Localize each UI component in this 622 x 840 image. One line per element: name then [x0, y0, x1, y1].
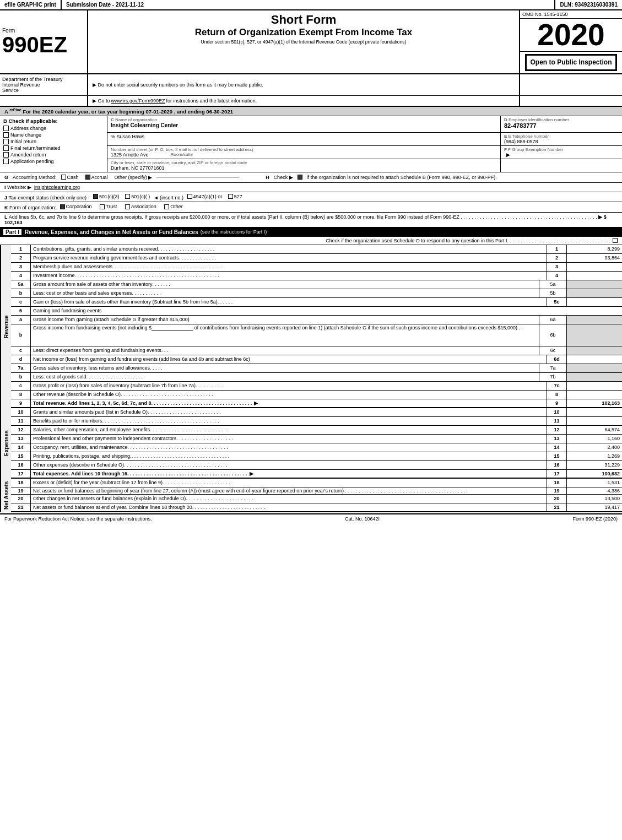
phone-value: (984) 888-0578 [504, 139, 619, 144]
form-990ez: 990EZ [2, 34, 85, 56]
line-3-row: 3 Membership dues and assessments . . . … [11, 263, 622, 272]
line-14-desc: Occupancy, rent, utilities, and maintena… [31, 443, 547, 452]
checkbox-name-change[interactable] [3, 132, 9, 138]
notice2-right-spacer [520, 96, 622, 106]
line-8-num: 8 [11, 391, 31, 399]
form-label-footer: Form 990-EZ (2020) [572, 516, 618, 522]
line-21-num: 21 [11, 503, 31, 511]
line-21-row: 21 Net assets or fund balances at end of… [11, 503, 622, 512]
cash-checkbox[interactable] [61, 175, 66, 180]
line-5a-num: 5a [11, 280, 31, 289]
line-6d-amount [567, 355, 622, 364]
line-21-desc: Net assets or fund balances at end of ye… [31, 503, 547, 511]
line-20-row: 20 Other changes in net assets or fund b… [11, 495, 622, 503]
check-row-address-change: Address change [3, 125, 104, 132]
footer: For Paperwork Reduction Act Notice, see … [0, 513, 622, 523]
part-i-header: Part I Revenue, Expenses, and Changes in… [0, 228, 622, 237]
notice2-link[interactable]: www.irs.gov/Form990EZ [111, 98, 165, 104]
line-11-desc: Benefits paid to or for members . . . . … [31, 417, 547, 425]
section-gh-row: G Accounting Method: Cash Accrual Other … [0, 172, 622, 183]
501c-checkbox[interactable] [125, 194, 130, 199]
line-5a-desc: Gross amount from sale of assets other t… [31, 280, 539, 289]
line-14-row: 14 Occupancy, rent, utilities, and maint… [11, 443, 622, 452]
line-10-num: 10 [11, 408, 31, 416]
line-9-amount: 102,163 [567, 399, 622, 407]
line-12-amount: 64,574 [567, 426, 622, 434]
checkbox-initial-return[interactable] [3, 139, 9, 144]
line-6c-desc: Less: direct expenses from gaming and fu… [31, 346, 539, 355]
h-checkbox[interactable] [298, 175, 302, 180]
line-19-amount: 4,386 [567, 487, 622, 494]
revenue-section: Revenue 1 Contributions, gifts, grants, … [0, 245, 622, 408]
city-row: City or town, state or province, country… [107, 159, 622, 172]
year-block: OMB No. 1545-1150 2020 Open to Public In… [520, 10, 622, 73]
line-9-row: 9 Total revenue. Add lines 1, 2, 3, 4, 5… [11, 399, 622, 408]
line-15-num: 15 [11, 452, 31, 460]
short-form-title: Short Form [90, 13, 517, 27]
notice2: ▶ Go to www.irs.gov/Form990EZ for instru… [88, 96, 520, 106]
line-6b-num: b [11, 324, 31, 346]
line-6-desc: Gaming and fundraising events [31, 307, 622, 315]
checkbox-final-return/terminated[interactable] [3, 145, 9, 151]
line-6d-linenum: 6d [547, 355, 567, 364]
line-11-amount [567, 417, 622, 425]
checkbox-application-pending[interactable] [3, 159, 9, 164]
4947-checkbox[interactable] [187, 194, 192, 199]
line-14-linenum: 14 [547, 443, 567, 452]
ein-value: 82-4783777 [504, 122, 619, 129]
assoc-checkbox[interactable] [125, 204, 130, 209]
line-6c-amount [567, 346, 622, 355]
other-k-checkbox[interactable] [164, 204, 169, 209]
line-7a-ref: 7a [539, 364, 567, 372]
line-20-amount: 13,500 [567, 495, 622, 503]
part-i-check[interactable] [613, 238, 618, 243]
line-20-num: 20 [11, 495, 31, 503]
corp-checkbox[interactable] [60, 204, 65, 209]
expenses-section: Expenses 10 Grants and similar amounts p… [0, 408, 622, 479]
line-2-desc: Program service revenue including govern… [31, 254, 547, 262]
line-16-linenum: 16 [547, 461, 567, 469]
line-14-num: 14 [11, 443, 31, 452]
line-5c-num: c [11, 298, 31, 306]
line-15-desc: Printing, publications, postage, and shi… [31, 452, 547, 460]
line-1-amount: 8,299 [567, 245, 622, 253]
check-row-initial-return: Initial return [3, 138, 104, 145]
section-j-row: J Tax-exempt status (check only one) - 5… [0, 192, 622, 203]
line-4-amount [567, 272, 622, 280]
accrual-checkbox[interactable] [85, 175, 90, 180]
form-number-block: Form 990EZ [0, 10, 88, 73]
notice1: ▶ Do not enter social security numbers o… [88, 74, 520, 95]
line-18-row: 18 Excess or (deficit) for the year (Sub… [11, 479, 622, 487]
line-5c-row: c Gain or (loss) from sale of assets oth… [11, 298, 622, 307]
title-block: Short Form Return of Organization Exempt… [88, 10, 520, 73]
section-l-row: L Add lines 5b, 6c, and 7b to line 9 to … [0, 213, 622, 228]
527-checkbox[interactable] [228, 194, 233, 199]
under-section: Under section 501(c), 527, or 4947(a)(1)… [90, 39, 517, 45]
net-assets-label: Net Assets [0, 479, 11, 512]
street-row: Number and street (or P. O. box, if mail… [107, 146, 622, 159]
line-5b-ref: 5b [539, 289, 567, 297]
section-k-row: K Form of organization: Corporation Trus… [0, 202, 622, 213]
website-value[interactable]: insightcolearning.org [34, 185, 80, 190]
care-of-row: % Susan Haws E E Telephone number (984) … [107, 133, 622, 146]
line-19-row: 19 Net assets or fund balances at beginn… [11, 487, 622, 495]
line-2-row: 2 Program service revenue including gove… [11, 254, 622, 263]
trust-checkbox[interactable] [100, 204, 105, 209]
line-5b-row: b Less: cost or other basis and sales ex… [11, 289, 622, 298]
c-name-label: C Name of organization [111, 117, 497, 122]
line-12-num: 12 [11, 426, 31, 434]
line-5c-desc: Gain or (loss) from sale of assets other… [31, 298, 547, 306]
checkbox-amended-return[interactable] [3, 152, 9, 158]
501c3-checkbox[interactable] [93, 194, 98, 199]
line-2-linenum: 2 [547, 254, 567, 262]
line-10-desc: Grants and similar amounts paid (list in… [31, 408, 547, 416]
line-7c-desc: Gross profit or (loss) from sales of inv… [31, 382, 547, 390]
line-16-amount: 31,229 [567, 461, 622, 469]
checkbox-address-change[interactable] [3, 126, 9, 131]
part-i-title: Revenue, Expenses, and Changes in Net As… [25, 229, 198, 235]
city-field: City or town, state or province, country… [107, 159, 501, 172]
section-e-phone: E E Telephone number (984) 888-0578 [501, 133, 622, 145]
line-11-row: 11 Benefits paid to or for members . . .… [11, 417, 622, 426]
expenses-label: Expenses [0, 408, 11, 479]
line-6c-row: c Less: direct expenses from gaming and … [11, 346, 622, 355]
